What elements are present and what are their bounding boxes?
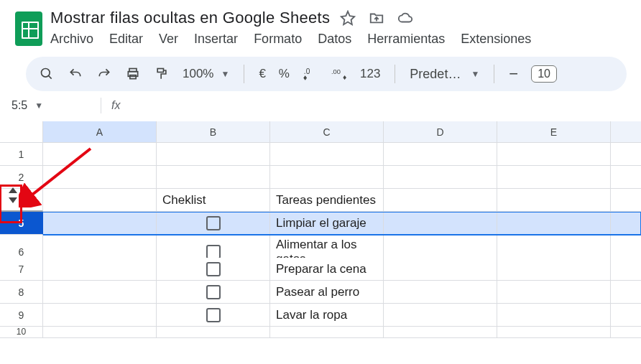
row-header-5[interactable]: 5: [0, 212, 43, 235]
cell-E2[interactable]: [497, 166, 611, 189]
number-format[interactable]: 123: [360, 67, 380, 81]
format-percent[interactable]: %: [279, 67, 290, 81]
cell-D10[interactable]: [384, 327, 497, 338]
cell-A-labelrow[interactable]: [43, 189, 157, 212]
doc-title[interactable]: Mostrar filas ocultas en Google Sheets: [50, 9, 330, 27]
row-header-7[interactable]: 7: [0, 258, 43, 281]
checkbox-icon[interactable]: [206, 245, 221, 259]
row-header-1[interactable]: 1: [0, 143, 43, 166]
row-header-2[interactable]: 2: [0, 166, 43, 189]
move-folder-icon[interactable]: [369, 10, 384, 26]
cell-C9[interactable]: Lavar la ropa: [270, 304, 384, 327]
cell-B8[interactable]: [157, 281, 270, 304]
row-header-9[interactable]: 9: [0, 304, 43, 327]
col-header-E[interactable]: E: [497, 121, 611, 143]
decrease-decimals-icon[interactable]: .0: [303, 66, 318, 82]
col-header-tail[interactable]: [611, 121, 641, 143]
checkbox-icon[interactable]: [206, 308, 221, 322]
cell-tail-8[interactable]: [611, 281, 641, 304]
chevron-down-icon[interactable]: ▼: [221, 69, 229, 79]
cell-A10[interactable]: [43, 327, 157, 338]
cell-A2[interactable]: [43, 166, 157, 189]
redo-icon[interactable]: [96, 66, 112, 82]
undo-icon[interactable]: [68, 66, 83, 82]
menu-ver[interactable]: Ver: [159, 32, 178, 47]
cell-tail-10[interactable]: [611, 327, 641, 338]
search-icon[interactable]: [39, 66, 55, 82]
star-icon[interactable]: [340, 10, 356, 26]
sheets-logo[interactable]: [15, 11, 42, 46]
cell-D-labelrow[interactable]: [384, 189, 497, 212]
font-family-select[interactable]: Predet…: [410, 67, 461, 82]
cell-E5[interactable]: [497, 212, 611, 235]
checkbox-icon[interactable]: [206, 285, 221, 299]
cell-A5[interactable]: [43, 212, 157, 235]
col-header-B[interactable]: B: [157, 121, 270, 143]
cell-B7[interactable]: [157, 258, 270, 281]
format-currency[interactable]: €: [259, 67, 265, 81]
menu-formato[interactable]: Formato: [254, 32, 302, 47]
row-header-8[interactable]: 8: [0, 281, 43, 304]
increase-decimals-icon[interactable]: .00: [331, 66, 347, 82]
cell-C1[interactable]: [270, 143, 384, 166]
cell-tail-1[interactable]: [611, 143, 641, 166]
cell-E7[interactable]: [497, 258, 611, 281]
menu-datos[interactable]: Datos: [318, 32, 351, 47]
col-header-A[interactable]: A: [43, 121, 157, 143]
print-icon[interactable]: [125, 66, 141, 82]
row-header-hidden-gap[interactable]: [0, 189, 43, 212]
cell-A9[interactable]: [43, 304, 157, 327]
cell-tail-7[interactable]: [611, 258, 641, 281]
select-all-corner[interactable]: [0, 121, 43, 143]
cell-E1[interactable]: [497, 143, 611, 166]
name-box[interactable]: 5:5: [11, 99, 27, 112]
cell-B1[interactable]: [157, 143, 270, 166]
cell-D5[interactable]: [384, 212, 497, 235]
menu-insertar[interactable]: Insertar: [194, 32, 238, 47]
cell-tail-5[interactable]: [611, 212, 641, 235]
cell-E9[interactable]: [497, 304, 611, 327]
font-size-input[interactable]: 10: [531, 65, 557, 83]
cell-C-labelrow[interactable]: Tareas pendientes: [270, 189, 384, 212]
cell-D2[interactable]: [384, 166, 497, 189]
cell-C10[interactable]: [270, 327, 384, 338]
col-header-C[interactable]: C: [270, 121, 384, 143]
chevron-down-icon[interactable]: ▼: [34, 101, 43, 111]
decrease-font-size[interactable]: −: [509, 65, 518, 83]
cell-B-labelrow[interactable]: Cheklist: [157, 189, 270, 212]
cell-tail-2[interactable]: [611, 166, 641, 189]
cell-C8[interactable]: Pasear al perro: [270, 281, 384, 304]
cell-C7[interactable]: Preparar la cena: [270, 258, 384, 281]
cell-A1[interactable]: [43, 143, 157, 166]
cell-B5[interactable]: [157, 212, 270, 235]
cell-tail-labelrow[interactable]: [611, 189, 641, 212]
cell-E10[interactable]: [497, 327, 611, 338]
col-header-D[interactable]: D: [384, 121, 497, 143]
cell-A8[interactable]: [43, 281, 157, 304]
menu-editar[interactable]: Editar: [109, 32, 143, 47]
cell-B10[interactable]: [157, 327, 270, 338]
menu-archivo[interactable]: Archivo: [50, 32, 93, 47]
unhide-rows-handle[interactable]: [7, 187, 19, 203]
checkbox-icon[interactable]: [206, 262, 221, 276]
chevron-down-icon[interactable]: ▼: [471, 69, 479, 79]
cell-E8[interactable]: [497, 281, 611, 304]
cell-D7[interactable]: [384, 258, 497, 281]
zoom-level[interactable]: 100%: [183, 67, 213, 81]
paint-format-icon[interactable]: [154, 66, 170, 82]
cell-E-labelrow[interactable]: [497, 189, 611, 212]
cell-D1[interactable]: [384, 143, 497, 166]
cell-D9[interactable]: [384, 304, 497, 327]
cell-B2[interactable]: [157, 166, 270, 189]
menu-herramientas[interactable]: Herramientas: [367, 32, 445, 47]
row-header-10[interactable]: 10: [0, 327, 43, 338]
checkbox-icon[interactable]: [206, 216, 221, 230]
cell-D8[interactable]: [384, 281, 497, 304]
cell-tail-9[interactable]: [611, 304, 641, 327]
menu-extensiones[interactable]: Extensiones: [461, 32, 531, 47]
cell-B9[interactable]: [157, 304, 270, 327]
cell-A7[interactable]: [43, 258, 157, 281]
cell-C5[interactable]: Limpiar el garaje: [270, 212, 384, 235]
cloud-status-icon[interactable]: [397, 10, 413, 26]
cell-C2[interactable]: [270, 166, 384, 189]
